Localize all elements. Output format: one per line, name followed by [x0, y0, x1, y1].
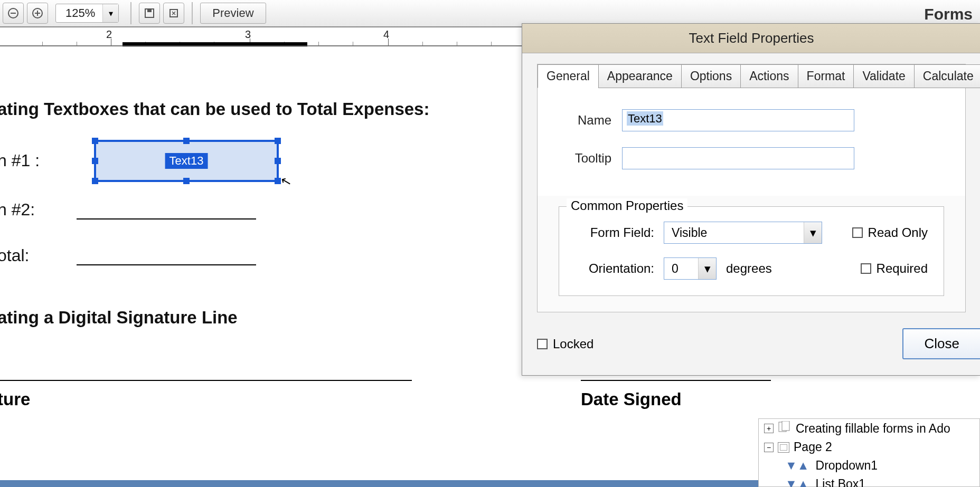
degrees-label: degrees [726, 261, 772, 276]
dialog-tabs: General Appearance Options Actions Forma… [538, 64, 965, 88]
tab-validate[interactable]: Validate [853, 64, 914, 88]
dropdown-field-icon: ▼▲ [785, 459, 809, 473]
toolbar-divider-2 [192, 2, 193, 24]
form-field-combo[interactable]: Visible ▾ [664, 222, 822, 244]
orientation-label: Orientation: [575, 261, 654, 276]
text-field-properties-dialog: Text Field Properties General Appearance… [522, 23, 980, 376]
resize-handle[interactable] [275, 138, 281, 144]
collapse-icon[interactable]: − [764, 443, 774, 452]
dialog-footer: Locked Close [522, 312, 980, 375]
blank-line [77, 263, 256, 265]
common-properties-fieldset: Common Properties Form Field: Visible ▾ … [559, 206, 944, 296]
tab-format[interactable]: Format [798, 64, 854, 88]
fields-tree-panel: + Creating fillable forms in Ado − Page … [758, 418, 980, 487]
resize-handle[interactable] [275, 158, 281, 164]
checkbox-icon [537, 339, 548, 349]
zoom-out-button[interactable] [3, 3, 24, 24]
expand-icon[interactable]: + [764, 424, 774, 433]
read-only-checkbox[interactable]: Read Only [852, 225, 928, 240]
forms-panel-label: Forms [924, 5, 973, 23]
dialog-title: Text Field Properties [522, 24, 980, 53]
tree-root-label: Creating fillable forms in Ado [796, 422, 950, 436]
svg-rect-6 [147, 9, 152, 12]
name-label: Name [559, 113, 611, 128]
item-label-2: n #2: [0, 200, 61, 219]
locked-checkbox[interactable]: Locked [537, 337, 593, 351]
zoom-in-button[interactable] [27, 3, 48, 24]
tree-field-label: Dropdown1 [816, 459, 878, 473]
section-heading: ating Textboxes that can be used to Tota… [0, 99, 570, 119]
resize-handle[interactable] [92, 178, 98, 184]
tab-options[interactable]: Options [681, 64, 741, 88]
resize-handle[interactable] [183, 138, 190, 144]
tree-field-row[interactable]: ▼▲ List Box1 [759, 475, 979, 487]
date-signed-label: Date Signed [581, 389, 682, 409]
total-label: otal: [0, 246, 61, 265]
signature-label: ture [0, 389, 30, 409]
chevron-down-icon[interactable]: ▾ [804, 222, 822, 243]
fieldset-legend: Common Properties [567, 198, 687, 213]
name-input[interactable]: Text13 [622, 109, 854, 131]
date-line [581, 380, 771, 381]
page-icon [778, 442, 789, 453]
required-checkbox[interactable]: Required [861, 261, 928, 276]
tooltip-input[interactable] [622, 147, 854, 169]
preview-button[interactable]: Preview [200, 3, 266, 24]
tab-actions[interactable]: Actions [740, 64, 798, 88]
selected-text-field[interactable]: Text13 [94, 140, 279, 182]
section-heading-2: ating a Digital Signature Line [0, 308, 570, 328]
toolbar-divider [130, 2, 131, 24]
bottom-selection-bar [0, 480, 776, 487]
svg-rect-9 [782, 421, 789, 431]
tab-general[interactable]: General [538, 64, 599, 88]
pages-icon [778, 421, 791, 436]
resize-handle[interactable] [92, 138, 98, 144]
listbox-field-icon: ▼▲ [785, 477, 809, 487]
dialog-inner-panel: General Appearance Options Actions Forma… [537, 64, 966, 312]
tree-root-row[interactable]: + Creating fillable forms in Ado [759, 419, 979, 438]
tree-page-row[interactable]: − Page 2 [759, 438, 979, 456]
tab-calculate[interactable]: Calculate [914, 64, 980, 88]
form-field-label: Form Field: [575, 225, 654, 240]
field-name-chip: Text13 [165, 153, 208, 169]
resize-handle[interactable] [92, 158, 98, 164]
chevron-down-icon[interactable]: ▾ [698, 258, 716, 279]
chevron-down-icon[interactable]: ▾ [102, 4, 118, 22]
tree-page-label: Page 2 [794, 440, 832, 454]
tooltip-label: Tooltip [559, 151, 611, 166]
tree-field-label: List Box1 [816, 477, 866, 487]
item-label-1: n #1 : [0, 151, 61, 170]
close-button[interactable]: Close [902, 328, 980, 359]
checkbox-icon [861, 263, 871, 274]
signature-line [0, 380, 412, 381]
checkbox-icon [852, 227, 863, 238]
distribute-icon[interactable] [163, 3, 184, 24]
tab-appearance[interactable]: Appearance [598, 64, 682, 88]
horizontal-ruler: 2 3 4 5 [0, 27, 610, 46]
zoom-combo[interactable]: 125% ▾ [55, 4, 119, 23]
blank-line [77, 217, 256, 219]
orientation-combo[interactable]: 0 ▾ [664, 257, 717, 280]
save-icon[interactable] [139, 3, 160, 24]
resize-handle[interactable] [183, 178, 190, 184]
tab-panel-general: Name Text13 Tooltip [538, 88, 965, 196]
zoom-value: 125% [56, 6, 102, 20]
tree-field-row[interactable]: ▼▲ Dropdown1 [759, 456, 979, 475]
